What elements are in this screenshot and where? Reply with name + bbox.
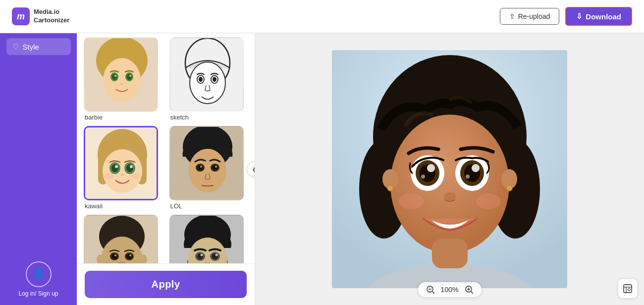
zoom-in-icon xyxy=(465,285,474,294)
reupload-icon: ⇧ xyxy=(509,12,515,20)
style-item-american-comics[interactable]: american comics xyxy=(169,215,248,263)
sidebar-item-label: Style xyxy=(23,43,39,51)
style-thumb-sketch[interactable] xyxy=(169,37,244,112)
svg-point-81 xyxy=(472,164,480,172)
sidebar: ♡ Style 👤 Log in/ Sign up xyxy=(0,33,77,305)
svg-point-2 xyxy=(103,58,141,103)
svg-point-6 xyxy=(127,74,132,80)
svg-point-77 xyxy=(421,175,425,179)
style-label-sketch: sketch xyxy=(169,114,248,121)
style-thumb-barbie[interactable] xyxy=(84,37,158,112)
svg-line-92 xyxy=(471,292,473,294)
style-item-lol[interactable]: LOL xyxy=(169,126,248,210)
apply-bar: Apply xyxy=(77,263,255,305)
reupload-label: Re-upload xyxy=(518,12,550,20)
style-item-kawaii[interactable]: kawaii xyxy=(84,126,162,210)
svg-point-15 xyxy=(199,77,203,82)
style-thumb-kawaii[interactable] xyxy=(84,126,158,200)
svg-point-12 xyxy=(190,62,225,104)
logo: m Media.ioCartoonizer xyxy=(12,7,69,25)
zoom-out-icon xyxy=(426,285,435,294)
sidebar-item-style[interactable]: ♡ Style xyxy=(6,38,71,55)
svg-point-26 xyxy=(115,165,118,168)
logo-area: m Media.ioCartoonizer xyxy=(12,7,69,25)
logo-icon: m xyxy=(12,7,30,25)
svg-point-30 xyxy=(131,173,141,179)
svg-point-37 xyxy=(213,165,217,170)
logo-text: Media.ioCartoonizer xyxy=(34,8,69,25)
style-thumb-american-comics[interactable] xyxy=(169,215,244,263)
svg-point-39 xyxy=(215,166,217,168)
preview-area: 100% xyxy=(255,33,644,305)
svg-point-21 xyxy=(103,149,142,193)
svg-point-36 xyxy=(198,165,203,170)
svg-point-47 xyxy=(112,254,117,259)
svg-point-29 xyxy=(104,173,114,179)
zoom-out-button[interactable] xyxy=(426,285,435,294)
svg-point-48 xyxy=(127,254,132,259)
svg-point-85 xyxy=(476,193,501,209)
zoom-in-button[interactable] xyxy=(465,285,474,294)
svg-line-88 xyxy=(432,292,434,294)
apply-button[interactable]: Apply xyxy=(85,271,247,298)
main-content: ♡ Style 👤 Log in/ Sign up xyxy=(0,33,644,305)
avatar: 👤 xyxy=(26,261,52,287)
download-icon: ⇩ xyxy=(576,12,583,21)
svg-point-25 xyxy=(126,164,133,172)
style-label-lol: LOL xyxy=(169,202,248,210)
svg-point-8 xyxy=(129,75,131,77)
preview-image xyxy=(332,50,567,288)
svg-point-83 xyxy=(444,192,456,200)
download-button[interactable]: ⇩ Download xyxy=(565,7,632,26)
style-panel: barbie xyxy=(77,33,255,305)
reupload-button[interactable]: ⇧ Re-upload xyxy=(500,8,560,25)
svg-point-71 xyxy=(506,185,512,191)
svg-point-84 xyxy=(399,193,424,209)
style-item-caricature[interactable]: caricature xyxy=(84,215,162,263)
zoom-bar: 100% xyxy=(418,282,482,297)
svg-rect-93 xyxy=(624,285,632,293)
style-item-sketch[interactable]: sketch xyxy=(169,37,248,121)
svg-point-5 xyxy=(112,74,117,80)
svg-point-82 xyxy=(466,175,470,179)
svg-point-49 xyxy=(114,254,116,256)
login-label: Log in/ Sign up xyxy=(18,290,58,297)
svg-point-28 xyxy=(121,174,124,176)
style-label-kawaii: kawaii xyxy=(84,202,162,210)
style-item-barbie[interactable]: barbie xyxy=(84,37,162,121)
zoom-level: 100% xyxy=(440,286,460,294)
svg-point-24 xyxy=(111,164,118,172)
style-icon: ♡ xyxy=(12,42,19,51)
style-label-barbie: barbie xyxy=(84,114,162,121)
login-area[interactable]: 👤 Log in/ Sign up xyxy=(18,261,58,297)
style-thumb-lol[interactable] xyxy=(169,126,244,200)
svg-point-60 xyxy=(200,254,203,256)
edit-button[interactable] xyxy=(618,279,637,298)
svg-point-50 xyxy=(129,254,131,256)
svg-point-61 xyxy=(215,254,217,256)
header: m Media.ioCartoonizer ⇧ Re-upload ⇩ Down… xyxy=(0,0,644,33)
svg-rect-72 xyxy=(432,239,468,268)
svg-point-76 xyxy=(427,164,435,172)
svg-point-7 xyxy=(114,75,116,77)
svg-point-67 xyxy=(390,115,509,253)
style-thumb-caricature[interactable] xyxy=(84,215,158,263)
svg-point-16 xyxy=(213,77,216,82)
style-grid: barbie xyxy=(77,33,255,263)
svg-point-9 xyxy=(120,83,123,85)
edit-icon xyxy=(622,283,633,294)
svg-point-27 xyxy=(130,165,133,168)
download-label: Download xyxy=(586,12,621,21)
svg-point-70 xyxy=(387,185,393,191)
svg-point-38 xyxy=(200,166,202,168)
